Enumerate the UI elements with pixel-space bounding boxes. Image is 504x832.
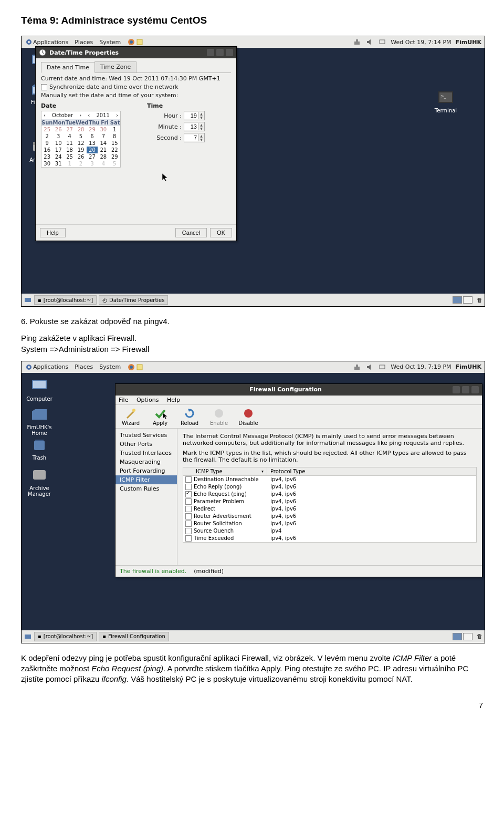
sidebar-item[interactable]: Custom Rules — [116, 484, 177, 493]
table-row[interactable]: Time Exceededipv4, ipv6 — [183, 535, 476, 542]
menu-options[interactable]: Options — [136, 397, 159, 403]
menu-help[interactable]: Help — [167, 397, 180, 403]
cal-month[interactable]: October — [52, 112, 73, 118]
display-icon[interactable] — [378, 38, 386, 46]
show-desktop-icon[interactable] — [24, 632, 32, 641]
network-icon[interactable] — [353, 38, 361, 46]
chevron-down-icon[interactable]: ▾ — [261, 469, 264, 474]
sound-icon[interactable] — [365, 363, 374, 371]
desktop-icon-computer[interactable]: Computer — [24, 376, 55, 402]
desktop-icon-archive[interactable]: Archive Manager — [24, 465, 55, 497]
table-row[interactable]: Router Solicitationipv4, ipv6 — [183, 520, 476, 527]
taskbar-item-terminal[interactable]: ▪[root@localhost:~] — [34, 632, 97, 641]
row-checkbox[interactable] — [185, 535, 192, 542]
table-row[interactable]: Echo Request (ping)ipv4, ipv6 — [183, 491, 476, 498]
trash-icon[interactable]: 🗑 — [477, 297, 482, 304]
cal-year[interactable]: 2011 — [96, 112, 109, 118]
table-row[interactable]: Router Advertisementipv4, ipv6 — [183, 513, 476, 520]
chevron-up-icon[interactable]: ▲ — [198, 134, 204, 138]
wizard-button[interactable]: Wizard — [119, 407, 143, 426]
maximize-icon[interactable] — [462, 386, 469, 393]
chevron-down-icon[interactable]: ▼ — [198, 116, 204, 119]
firefox-icon[interactable] — [127, 363, 135, 371]
desktop-icon-terminal[interactable]: >_ Terminal — [430, 88, 461, 113]
minute-spinner[interactable]: ▲▼ — [184, 122, 205, 131]
desktop-icon-trash[interactable]: Trash — [24, 435, 55, 461]
firefox-icon[interactable] — [127, 38, 135, 46]
col-icmp-type[interactable]: ICMP Type — [196, 469, 223, 474]
minute-input[interactable] — [184, 123, 198, 130]
row-checkbox[interactable] — [185, 491, 192, 497]
taskbar-item-datetime[interactable]: ◴Date/Time Properties — [99, 295, 168, 305]
menu-places[interactable]: Places — [75, 39, 93, 46]
sidebar-item[interactable]: Trusted Interfaces — [116, 449, 177, 457]
chevron-down-icon[interactable]: ▼ — [198, 127, 204, 130]
row-checkbox[interactable] — [185, 506, 192, 512]
row-checkbox[interactable] — [185, 498, 192, 505]
clock[interactable]: Wed Oct 19, 7:19 PM — [391, 363, 451, 370]
table-row[interactable]: Parameter Problemipv4, ipv6 — [183, 498, 476, 505]
menu-places[interactable]: Places — [75, 363, 93, 370]
menu-system[interactable]: System — [99, 39, 121, 46]
maximize-icon[interactable] — [216, 49, 224, 56]
close-icon[interactable] — [226, 49, 233, 56]
row-checkbox[interactable] — [185, 528, 192, 534]
hour-spinner[interactable]: ▲▼ — [184, 111, 205, 120]
table-row[interactable]: Echo Reply (pong)ipv4, ipv6 — [183, 483, 476, 491]
cal-prev-year-icon[interactable]: ‹ — [88, 112, 90, 118]
hour-input[interactable] — [184, 112, 198, 119]
cal-prev-month-icon[interactable]: ‹ — [44, 112, 46, 118]
user-name[interactable]: FimUHK — [456, 39, 481, 46]
table-row[interactable]: Redirectipv4, ipv6 — [183, 505, 476, 513]
col-protocol-type[interactable]: Protocol Type — [267, 467, 476, 475]
display-icon[interactable] — [378, 363, 386, 371]
sidebar-item[interactable]: Masquerading — [116, 457, 177, 466]
row-checkbox[interactable] — [185, 484, 192, 490]
help-button[interactable]: Help — [40, 228, 66, 237]
clock[interactable]: Wed Oct 19, 7:14 PM — [391, 39, 451, 46]
trash-icon[interactable]: 🗑 — [477, 633, 482, 640]
menu-system[interactable]: System — [99, 363, 121, 370]
menu-applications[interactable]: Applications — [33, 39, 68, 46]
row-checkbox[interactable] — [185, 521, 192, 527]
row-checkbox[interactable] — [185, 476, 192, 483]
show-desktop-icon[interactable] — [24, 296, 32, 304]
chevron-up-icon[interactable]: ▲ — [198, 123, 204, 127]
table-row[interactable]: Source Quenchipv4 — [183, 527, 476, 535]
cal-next-year-icon[interactable]: › — [116, 112, 118, 118]
ok-button[interactable]: OK — [210, 228, 232, 237]
dialog-titlebar[interactable]: Date/Time Properties — [36, 47, 236, 58]
close-icon[interactable] — [471, 386, 479, 393]
sync-checkbox[interactable] — [41, 84, 47, 90]
sidebar-item[interactable]: Port Forwarding — [116, 466, 177, 475]
workspace-switcher[interactable] — [453, 296, 472, 304]
sidebar-item-icmp-filter[interactable]: ICMP Filter — [116, 475, 177, 484]
menu-file[interactable]: File — [119, 397, 128, 403]
network-icon[interactable] — [353, 363, 361, 371]
cal-next-month-icon[interactable]: › — [79, 112, 81, 118]
tab-time-zone[interactable]: Time Zone — [94, 61, 136, 72]
tab-date-time[interactable]: Date and Time — [41, 62, 95, 73]
dialog-titlebar[interactable]: Firewall Configuration — [116, 384, 482, 396]
note-icon[interactable] — [135, 38, 144, 46]
chevron-down-icon[interactable]: ▼ — [198, 138, 204, 141]
cancel-button[interactable]: Cancel — [175, 228, 207, 237]
reload-button[interactable]: Reload — [177, 407, 202, 426]
calendar[interactable]: ‹ October › ‹ 2011 › Sun Mon Tue — [41, 111, 121, 168]
menu-applications[interactable]: Applications — [33, 363, 68, 370]
taskbar-item-terminal[interactable]: ▪[root@localhost:~] — [34, 295, 97, 305]
enable-button[interactable]: Enable — [207, 407, 231, 426]
cal-days[interactable]: 2526272829301 2345678 9101112131415 1617… — [41, 126, 120, 167]
sidebar-item[interactable]: Other Ports — [116, 440, 177, 449]
taskbar-item-firewall[interactable]: ▪Firewall Configuration — [99, 632, 169, 641]
workspace-switcher[interactable] — [453, 633, 472, 640]
second-input[interactable] — [184, 134, 198, 141]
user-name[interactable]: FimUHK — [456, 363, 481, 370]
sound-icon[interactable] — [365, 38, 374, 46]
minimize-icon[interactable] — [453, 386, 460, 393]
desktop-icon-home[interactable]: FimUHK's Home — [24, 404, 55, 436]
apply-button[interactable]: Apply — [148, 407, 172, 426]
note-icon[interactable] — [135, 363, 144, 371]
sidebar-item[interactable]: Trusted Services — [116, 431, 177, 440]
minimize-icon[interactable] — [207, 49, 214, 56]
